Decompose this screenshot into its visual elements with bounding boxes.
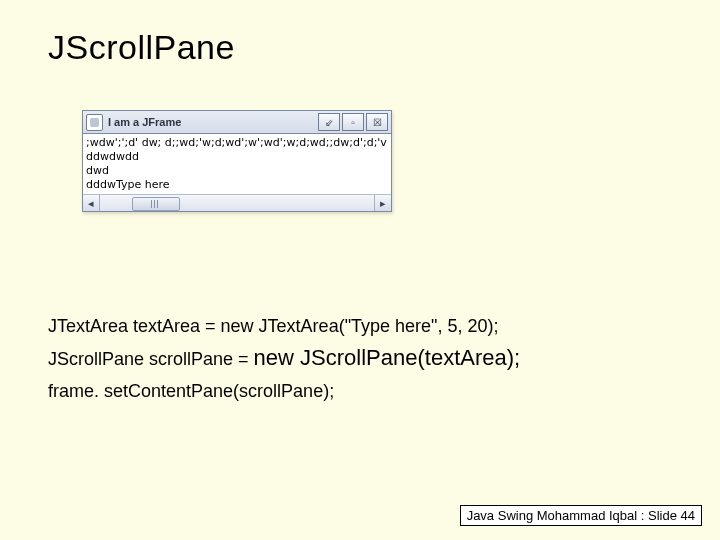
scroll-right-button[interactable]: ▸	[374, 195, 391, 211]
code-line: JTextArea textArea = new JTextArea("Type…	[48, 310, 672, 342]
minimize-button[interactable]: ⇙	[318, 113, 340, 131]
text-line: dwd	[86, 164, 388, 178]
text-line: dddwType here	[86, 178, 388, 192]
titlebar: I am a JFrame ⇙ ▫ ☒	[83, 111, 391, 134]
code-block: JTextArea textArea = new JTextArea("Type…	[48, 310, 672, 407]
scroll-left-button[interactable]: ◂	[83, 195, 100, 211]
jframe-window: I am a JFrame ⇙ ▫ ☒ ;wdw';';d' dw; d;;wd…	[82, 110, 392, 212]
text-area[interactable]: ;wdw';';d' dw; d;;wd;'w;d;wd';w';wd';w;d…	[83, 134, 391, 194]
maximize-button[interactable]: ▫	[342, 113, 364, 131]
window-title: I am a JFrame	[108, 116, 181, 128]
page-title: JScrollPane	[48, 28, 235, 67]
scroll-thumb[interactable]	[132, 197, 180, 211]
horizontal-scrollbar[interactable]: ◂ ▸	[83, 194, 391, 211]
text-line: ;wdw';';d' dw; d;;wd;'w;d;wd';w';wd';w;d…	[86, 136, 388, 150]
code-line: frame. setContentPane(scrollPane);	[48, 375, 672, 407]
close-button[interactable]: ☒	[366, 113, 388, 131]
scroll-track[interactable]	[100, 195, 374, 211]
code-line: JScrollPane scrollPane = new JScrollPane…	[48, 342, 672, 375]
java-icon	[86, 114, 103, 131]
text-line: ddwdwdd	[86, 150, 388, 164]
slide-footer: Java Swing Mohammad Iqbal : Slide 44	[460, 505, 702, 526]
